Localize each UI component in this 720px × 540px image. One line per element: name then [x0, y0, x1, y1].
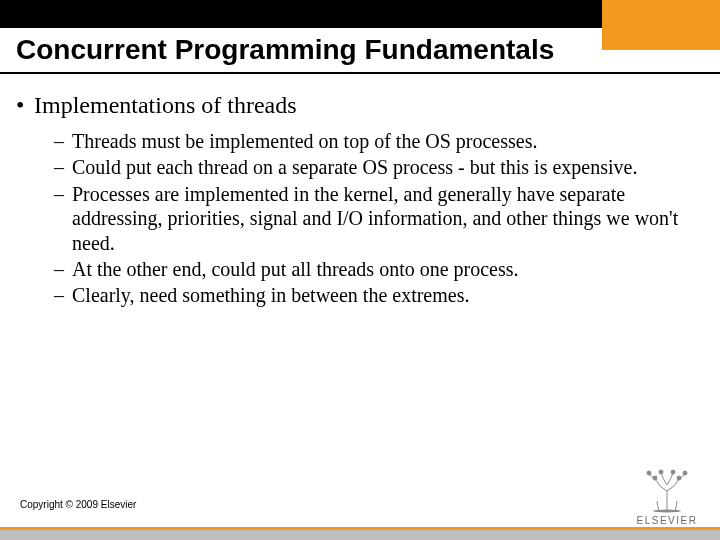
bullet-level2-text: Could put each thread on a separate OS p…	[72, 156, 637, 178]
dash-icon: –	[54, 155, 72, 179]
copyright-text: Copyright © 2009 Elsevier	[20, 499, 136, 510]
svg-point-6	[653, 510, 681, 513]
slide-title: Concurrent Programming Fundamentals	[16, 34, 554, 66]
elsevier-logo: ELSEVIER	[630, 467, 704, 526]
slide-content: •Implementations of threads –Threads mus…	[10, 92, 700, 310]
dash-icon: –	[54, 257, 72, 281]
svg-point-3	[683, 471, 687, 475]
bullet-level2-text: Clearly, need something in between the e…	[72, 284, 469, 306]
svg-point-4	[653, 476, 657, 480]
top-orange-box	[602, 0, 720, 50]
footer-grey-bar	[0, 530, 720, 540]
bullet-dot-icon: •	[16, 92, 34, 119]
bullet-level2: –Clearly, need something in between the …	[10, 283, 700, 307]
svg-point-0	[647, 471, 651, 475]
bullet-level2-text: Threads must be implemented on top of th…	[72, 130, 537, 152]
dash-icon: –	[54, 182, 72, 206]
title-underline	[0, 72, 720, 74]
bullet-level2: –Threads must be implemented on top of t…	[10, 129, 700, 153]
bullet-level1: •Implementations of threads	[10, 92, 700, 119]
bullet-level2: –Processes are implemented in the kernel…	[10, 182, 700, 255]
bullet-level2-text: Processes are implemented in the kernel,…	[72, 183, 678, 254]
bullet-level1-text: Implementations of threads	[34, 92, 297, 118]
svg-point-2	[671, 470, 675, 474]
tree-icon	[639, 467, 695, 513]
svg-point-5	[677, 476, 681, 480]
slide: Concurrent Programming Fundamentals •Imp…	[0, 0, 720, 540]
bullet-level2: –At the other end, could put all threads…	[10, 257, 700, 281]
dash-icon: –	[54, 283, 72, 307]
dash-icon: –	[54, 129, 72, 153]
bullet-level2-text: At the other end, could put all threads …	[72, 258, 519, 280]
bullet-level2: –Could put each thread on a separate OS …	[10, 155, 700, 179]
logo-text: ELSEVIER	[630, 515, 704, 526]
svg-point-1	[659, 470, 663, 474]
